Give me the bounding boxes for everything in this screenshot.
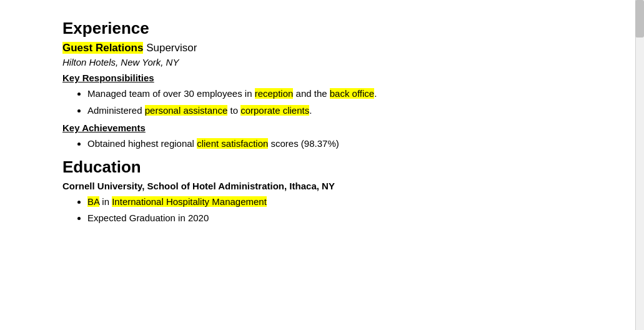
achievement-item-1: Obtained highest regional client satisfa… [87, 137, 594, 151]
client-satisfaction-highlight: client satisfaction [197, 138, 268, 149]
bullet1-end: . [374, 88, 377, 99]
guest-relations-highlight: Guest Relations [62, 42, 143, 54]
responsibilities-list: Managed team of over 30 employees in rec… [62, 87, 594, 118]
bullet2-end: . [309, 105, 312, 116]
reception-highlight: reception [255, 88, 294, 99]
responsibility-item-1: Managed team of over 30 employees in rec… [87, 87, 594, 101]
education-item-degree: BA in International Hospitality Manageme… [87, 195, 594, 209]
back-office-highlight: back office [330, 88, 374, 99]
degree-rest-before: in [99, 196, 112, 207]
bullet2-middle: to [227, 105, 240, 116]
scrollbar[interactable] [635, 0, 644, 330]
company-info: Hilton Hotels, New York, NY [62, 57, 594, 68]
scrollbar-thumb[interactable] [635, 0, 644, 38]
hospitality-management-highlight: International Hospitality Management [112, 196, 267, 207]
bullet1-middle: and the [293, 88, 329, 99]
job-title-rest: Supervisor [143, 42, 197, 54]
education-section-title: Education [62, 158, 594, 177]
bullet3-before: Obtained highest regional [87, 138, 197, 149]
key-responsibilities-title: Key Responsibilities [62, 72, 594, 83]
page-container: Experience Guest Relations Supervisor Hi… [0, 0, 644, 330]
personal-assistance-highlight: personal assistance [145, 105, 228, 116]
university-name: Cornell University, School of Hotel Admi… [62, 181, 594, 191]
bullet1-before: Managed team of over 30 employees in [87, 88, 255, 99]
corporate-clients-highlight: corporate clients [240, 105, 309, 116]
bullet3-end: scores (98.37%) [268, 138, 339, 149]
education-section: Education Cornell University, School of … [62, 158, 594, 226]
education-item-graduation: Expected Graduation in 2020 [87, 211, 594, 226]
ba-highlight: BA [87, 196, 99, 207]
graduation-text: Expected Graduation in 2020 [87, 212, 209, 223]
job-title: Guest Relations Supervisor [62, 42, 594, 54]
bullet2-before: Administered [87, 105, 145, 116]
responsibility-item-2: Administered personal assistance to corp… [87, 104, 594, 118]
achievements-list: Obtained highest regional client satisfa… [62, 137, 594, 151]
experience-section-title: Experience [62, 19, 594, 38]
key-achievements-title: Key Achievements [62, 122, 594, 133]
education-list: BA in International Hospitality Manageme… [62, 195, 594, 226]
